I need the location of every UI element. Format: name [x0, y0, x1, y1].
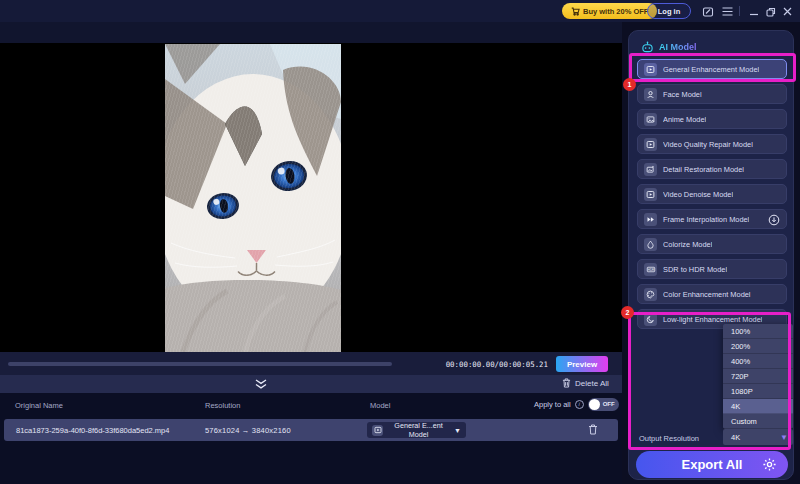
trash-icon — [562, 378, 571, 388]
image-icon — [644, 113, 657, 126]
resolution-to: 3840x2160 — [252, 426, 291, 435]
model-item-label: Anime Model — [663, 115, 706, 124]
buy-button[interactable]: Buy with 20% OFF — [562, 3, 657, 19]
resolution-dropdown: 100%200%400%720P1080P4KCustom — [723, 324, 793, 429]
file-name: 81ca1873-259a-40f0-8f6d-33f680da5ed2.mp4 — [16, 426, 169, 435]
model-item-label: General Enhancement Model — [663, 65, 759, 74]
resolution-option-400[interactable]: 400% — [723, 354, 793, 369]
resolution-option-custom[interactable]: Custom — [723, 414, 793, 429]
play-square-icon — [644, 188, 657, 201]
output-resolution-value: 4K — [731, 433, 740, 442]
column-original-name: Original Name — [15, 401, 63, 410]
buy-button-label: Buy with 20% OFF — [583, 7, 648, 16]
model-item-label: Colorize Model — [663, 240, 712, 249]
resolution-option-720p[interactable]: 720P — [723, 369, 793, 384]
column-resolution: Resolution — [205, 401, 240, 410]
output-resolution-row: Output Resolution 4K ▼ — [629, 429, 795, 445]
face-icon — [644, 88, 657, 101]
model-item-detail-restoration-model[interactable]: Detail Restoration Model — [637, 159, 787, 179]
color-drop-icon — [644, 238, 657, 251]
filelist-body: 81ca1873-259a-40f0-8f6d-33f680da5ed2.mp4… — [0, 416, 622, 484]
svg-text:HDR: HDR — [647, 267, 654, 271]
export-all-button[interactable]: Export All — [636, 451, 788, 478]
model-item-label: Detail Restoration Model — [663, 165, 744, 174]
time-display: 00:00:00.00/00:00:05.21 — [398, 360, 548, 369]
resolution-option-200[interactable]: 200% — [723, 339, 793, 354]
table-row[interactable]: 81ca1873-259a-40f0-8f6d-33f680da5ed2.mp4… — [4, 419, 618, 441]
toggle-knob — [589, 399, 600, 410]
resolution-option-1080p[interactable]: 1080P — [723, 384, 793, 399]
row-delete-button[interactable] — [588, 424, 599, 436]
feedback-icon[interactable] — [701, 5, 714, 18]
resolution-option-100[interactable]: 100% — [723, 324, 793, 339]
right-sidebar: AI Model General Enhancement ModelFace M… — [622, 22, 800, 484]
palette-icon — [644, 288, 657, 301]
double-play-icon — [644, 213, 657, 226]
model-item-anime-model[interactable]: Anime Model — [637, 109, 787, 129]
hdr-badge-icon: HDR — [644, 263, 657, 276]
cat-video-still — [165, 44, 341, 352]
model-item-label: Video Denoise Model — [663, 190, 733, 199]
row-model-dropdown[interactable]: General E...ent Model ▼ — [367, 422, 466, 438]
model-item-label: SDR to HDR Model — [663, 265, 727, 274]
model-item-label: Low-light Enhancement Model — [663, 315, 762, 324]
export-all-label: Export All — [682, 457, 743, 472]
resolution-option-4k[interactable]: 4K — [723, 399, 793, 414]
robot-icon — [641, 41, 654, 53]
moon-icon — [644, 313, 657, 326]
model-item-video-denoise-model[interactable]: Video Denoise Model — [637, 184, 787, 204]
model-list: General Enhancement ModelFace ModelAnime… — [637, 59, 787, 334]
minimize-icon[interactable] — [747, 5, 760, 18]
toggle-state-label: OFF — [603, 401, 615, 407]
delete-all-label: Delete All — [575, 379, 609, 388]
row-model-label: General E...ent Model — [387, 421, 450, 439]
model-item-label: Frame Interpolation Model — [663, 215, 749, 224]
play-square-icon — [644, 63, 657, 76]
play-square-icon — [372, 425, 383, 436]
apply-to-all-label: Apply to all — [534, 400, 571, 409]
model-item-face-model[interactable]: Face Model — [637, 84, 787, 104]
menu-icon[interactable] — [721, 5, 734, 18]
chevron-down-icon: ▼ — [780, 433, 788, 442]
close-icon[interactable] — [781, 5, 794, 18]
app-window: Buy with 20% OFF Log in — [0, 0, 800, 484]
sparkle-image-icon — [644, 163, 657, 176]
timeline-bar: 00:00:00.00/00:00:05.21 Preview — [0, 352, 622, 375]
cart-icon — [571, 7, 580, 16]
model-item-colorize-model[interactable]: Colorize Model — [637, 234, 787, 254]
file-resolution: 576x1024 → 3840x2160 — [205, 426, 291, 435]
delete-all-button[interactable]: Delete All — [562, 378, 609, 388]
arrow-right-icon: → — [242, 426, 250, 435]
play-square-icon — [644, 138, 657, 151]
titlebar-divider — [739, 6, 740, 16]
filelist-header: Original Name Resolution Model Apply to … — [0, 393, 622, 416]
resolution-from: 576x1024 — [205, 426, 240, 435]
model-item-color-enhancement-model[interactable]: Color Enhancement Model — [637, 284, 787, 304]
preview-button[interactable]: Preview — [556, 356, 608, 372]
collapse-chevrons-icon[interactable] — [254, 379, 270, 390]
output-resolution-select[interactable]: 4K ▼ — [723, 429, 793, 445]
output-resolution-label: Output Resolution — [639, 434, 699, 443]
download-icon[interactable] — [768, 214, 780, 226]
model-item-label: Face Model — [663, 90, 702, 99]
maximize-icon[interactable] — [764, 5, 777, 18]
info-icon[interactable]: i — [575, 400, 584, 409]
panel-title: AI Model — [659, 42, 697, 52]
video-frame-cat[interactable] — [165, 44, 341, 352]
gear-icon[interactable] — [762, 457, 777, 472]
title-bar: Buy with 20% OFF Log in — [0, 0, 800, 22]
model-item-label: Color Enhancement Model — [663, 290, 751, 299]
column-model: Model — [370, 401, 390, 410]
video-preview-area — [0, 43, 622, 352]
model-item-sdr-to-hdr-model[interactable]: HDRSDR to HDR Model — [637, 259, 787, 279]
model-item-general-enhancement-model[interactable]: General Enhancement Model — [637, 59, 787, 79]
seek-track[interactable] — [8, 362, 392, 366]
model-item-video-quality-repair-model[interactable]: Video Quality Repair Model — [637, 134, 787, 154]
model-item-frame-interpolation-model[interactable]: Frame Interpolation Model — [637, 209, 787, 229]
apply-to-all-toggle[interactable]: OFF — [588, 398, 619, 411]
model-item-label: Video Quality Repair Model — [663, 140, 753, 149]
login-button[interactable]: Log in — [647, 3, 691, 19]
panel-header: AI Model — [641, 41, 697, 53]
filelist-collapse-bar: Delete All — [0, 375, 622, 393]
ai-model-panel: AI Model General Enhancement ModelFace M… — [628, 30, 794, 480]
